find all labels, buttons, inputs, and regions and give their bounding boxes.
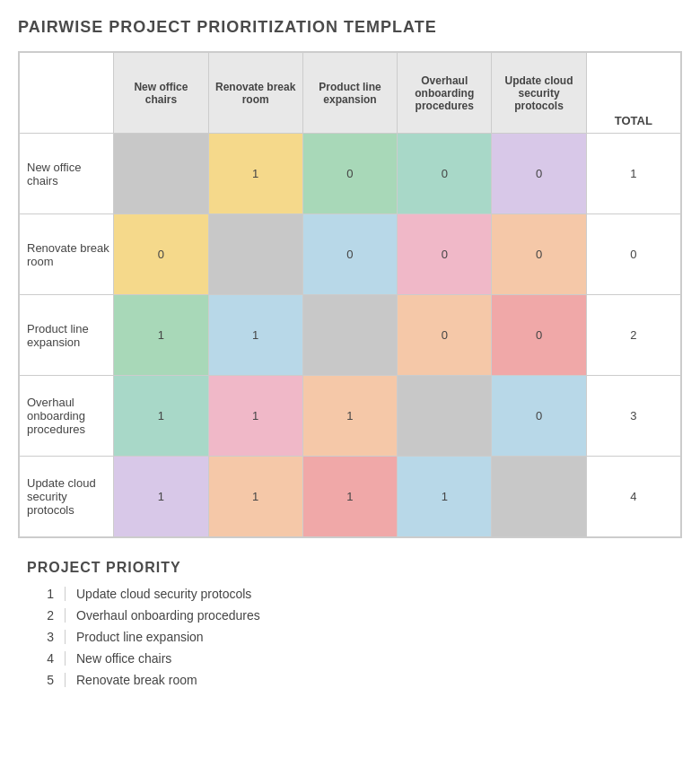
priority-rank: 5	[27, 673, 54, 687]
col-header-3: Overhaul onboarding procedures	[398, 53, 492, 134]
table-row: Renovate break room00000	[20, 214, 681, 295]
priority-rank: 2	[27, 608, 54, 623]
cell-0-0	[114, 134, 208, 214]
list-item: 2Overhaul onboarding procedures	[27, 608, 682, 623]
cell-4-0: 1	[114, 457, 208, 537]
cell-2-4: 0	[492, 295, 586, 376]
col-header-4: Update cloud security protocols	[492, 53, 586, 134]
cell-3-2: 1	[302, 376, 397, 457]
page-title: PAIRWISE PROJECT PRIORITIZATION TEMPLATE	[18, 18, 682, 37]
total-header: TOTAL	[586, 53, 680, 134]
cell-0-1: 1	[208, 134, 302, 214]
table-row: Product line expansion11002	[20, 295, 681, 376]
total-1: 0	[586, 214, 680, 295]
cell-1-3: 0	[398, 214, 492, 295]
row-label-1: Renovate break room	[20, 214, 114, 295]
list-item: 5Renovate break room	[27, 673, 682, 687]
priority-label: Update cloud security protocols	[76, 587, 251, 601]
row-label-3: Overhaul onboarding procedures	[20, 376, 114, 457]
cell-3-4: 0	[492, 376, 586, 457]
list-item: 1Update cloud security protocols	[27, 587, 682, 601]
priority-divider	[65, 608, 66, 623]
cell-0-3: 0	[398, 134, 492, 214]
cell-2-2	[302, 295, 397, 376]
cell-2-0: 1	[114, 295, 208, 376]
priority-label: Overhaul onboarding procedures	[76, 608, 260, 623]
row-label-0: New office chairs	[20, 134, 114, 214]
cell-1-2: 0	[302, 214, 397, 295]
total-4: 4	[586, 457, 680, 537]
list-item: 3Product line expansion	[27, 630, 682, 644]
priority-label: New office chairs	[76, 651, 171, 666]
col-header-1: Renovate break room	[208, 53, 302, 134]
priority-rank: 4	[27, 651, 54, 666]
cell-3-0: 1	[114, 376, 208, 457]
cell-4-3: 1	[398, 457, 492, 537]
cell-2-1: 1	[208, 295, 302, 376]
priority-title: PROJECT PRIORITY	[27, 560, 682, 576]
priority-section: PROJECT PRIORITY 1Update cloud security …	[18, 560, 682, 687]
priority-rank: 1	[27, 587, 54, 601]
list-item: 4New office chairs	[27, 651, 682, 666]
cell-3-1: 1	[208, 376, 302, 457]
priority-divider	[65, 673, 66, 687]
col-header-2: Product line expansion	[302, 53, 397, 134]
cell-4-4	[492, 457, 586, 537]
priority-label: Product line expansion	[76, 630, 204, 644]
cell-1-1	[208, 214, 302, 295]
priority-divider	[65, 587, 66, 601]
cell-0-2: 0	[302, 134, 397, 214]
cell-3-3	[398, 376, 492, 457]
table-row: Update cloud security protocols11114	[20, 457, 681, 537]
cell-1-4: 0	[492, 214, 586, 295]
corner-cell	[20, 53, 114, 134]
cell-0-4: 0	[492, 134, 586, 214]
priority-label: Renovate break room	[76, 673, 197, 687]
table-row: New office chairs10001	[20, 134, 681, 214]
priority-divider	[65, 651, 66, 666]
matrix-container: New office chairs Renovate break room Pr…	[18, 51, 682, 538]
cell-4-1: 1	[208, 457, 302, 537]
table-row: Overhaul onboarding procedures11103	[20, 376, 681, 457]
row-label-2: Product line expansion	[20, 295, 114, 376]
priority-divider	[65, 630, 66, 644]
col-header-0: New office chairs	[114, 53, 208, 134]
cell-4-2: 1	[302, 457, 397, 537]
cell-2-3: 0	[398, 295, 492, 376]
total-0: 1	[586, 134, 680, 214]
total-3: 3	[586, 376, 680, 457]
row-label-4: Update cloud security protocols	[20, 457, 114, 537]
priority-list: 1Update cloud security protocols2Overhau…	[27, 587, 682, 687]
priority-rank: 3	[27, 630, 54, 644]
total-2: 2	[586, 295, 680, 376]
cell-1-0: 0	[114, 214, 208, 295]
